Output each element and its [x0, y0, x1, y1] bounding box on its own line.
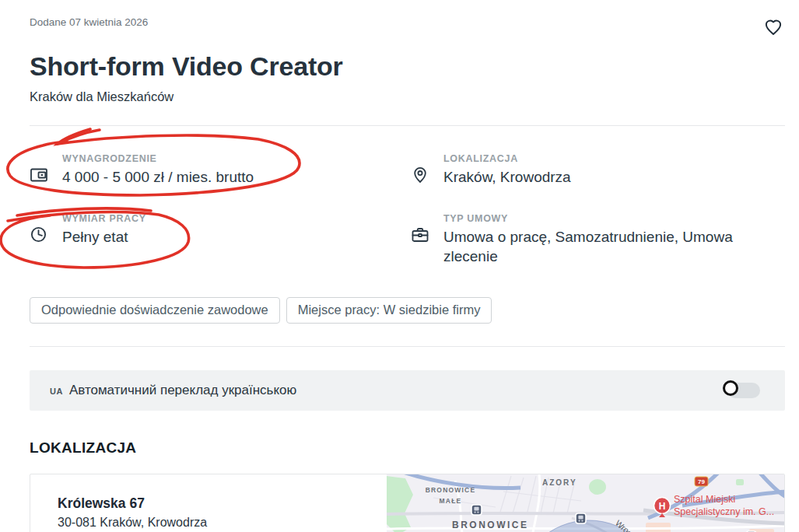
- contract-type-label: TYP UMOWY: [443, 213, 748, 224]
- divider: [30, 346, 785, 347]
- work-schedule-value: Pełny etat: [62, 227, 146, 247]
- param-salary: WYNAGRODZENIE 4 000 - 5 000 zł / mies. b…: [30, 153, 381, 187]
- svg-text:79: 79: [698, 478, 705, 485]
- map-district-label: BRONOWICE: [452, 520, 529, 530]
- param-contract-type: TYP UMOWY Umowa o pracę, Samozatrudnieni…: [411, 213, 785, 267]
- header-row: Dodane 07 kwietnia 2026: [30, 14, 785, 41]
- favorite-button[interactable]: [762, 16, 785, 41]
- work-schedule-label: WYMIAR PRACY: [62, 213, 146, 224]
- tag-experience: Odpowiednie doświadczenie zawodowe: [30, 297, 280, 324]
- location-label: LOKALIZACJA: [443, 153, 571, 164]
- param-location: LOKALIZACJA Kraków, Krowodrza: [411, 153, 785, 187]
- param-work-schedule: WYMIAR PRACY Pełny etat: [30, 213, 381, 267]
- location-card: Królewska 67 30-081 Kraków, Krowodrza: [30, 474, 785, 532]
- tag-list: Odpowiednie doświadczenie zawodowe Miejs…: [30, 297, 785, 324]
- translation-label: Автоматичний переклад українською: [69, 383, 296, 398]
- map-hospital-label: Szpital MiejskiSpecjalistyczny im. G...: [674, 493, 774, 519]
- translation-bar: UA Автоматичний переклад українською: [30, 370, 785, 411]
- address-block: Królewska 67 30-081 Kraków, Krowodrza: [30, 474, 387, 532]
- road-badge: 79: [695, 477, 708, 486]
- wallet-icon: [30, 166, 48, 184]
- clock-icon: [30, 226, 48, 243]
- date-added: Dodane 07 kwietnia 2026: [30, 14, 148, 28]
- company-name: Kraków dla Mieszkańców: [30, 89, 785, 104]
- toggle-knob: [723, 380, 738, 396]
- svg-text:H: H: [659, 500, 666, 511]
- salary-value: 4 000 - 5 000 zł / mies. brutto: [62, 167, 254, 187]
- translation-toggle[interactable]: [723, 382, 760, 399]
- location-section-heading: LOKALIZACJA: [30, 439, 785, 457]
- divider: [30, 125, 785, 126]
- briefcase-icon: [411, 226, 429, 244]
- contract-type-value: Umowa o pracę, Samozatrudnienie, Umowa z…: [443, 227, 748, 267]
- location-map[interactable]: 79 H BRONOWICEMAŁE AZORY BRONOWICE BRONO…: [387, 474, 784, 532]
- page-title: Short-form Video Creator: [30, 51, 785, 82]
- address-street: Królewska 67: [58, 495, 379, 512]
- job-offer-page: Dodane 07 kwietnia 2026 Short-form Video…: [0, 0, 799, 532]
- salary-annotation-flick: [58, 130, 100, 144]
- job-parameters: WYNAGRODZENIE 4 000 - 5 000 zł / mies. b…: [30, 153, 785, 267]
- language-code-badge: UA: [50, 387, 63, 396]
- map-pin-icon: [411, 166, 429, 184]
- salary-label: WYNAGRODZENIE: [62, 153, 254, 164]
- map-district-label: AZORY: [542, 478, 577, 487]
- heart-outline-icon: [763, 28, 783, 40]
- location-value: Kraków, Krowodrza: [443, 167, 571, 187]
- map-district-label: BRONOWICEMAŁE: [410, 485, 491, 506]
- tag-workplace: Miejsce pracy: W siedzibie firmy: [286, 297, 492, 324]
- address-city: 30-081 Kraków, Krowodrza: [58, 516, 379, 530]
